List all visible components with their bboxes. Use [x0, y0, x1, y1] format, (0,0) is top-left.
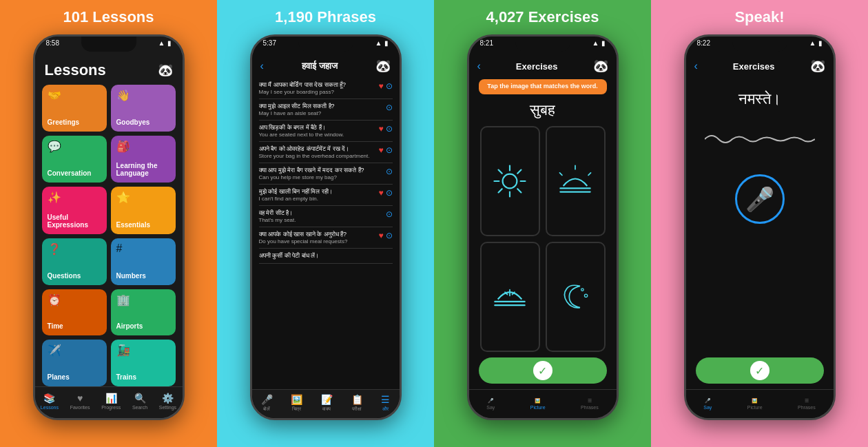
tab-search[interactable]: 🔍 Search [132, 393, 147, 410]
image-sunset[interactable] [546, 126, 606, 236]
tab-lessons[interactable]: 📚 Lessons [41, 393, 59, 410]
phrases-nav: ‹ हवाई जहाज 🐼 [252, 56, 400, 78]
tile-planes[interactable]: ✈️ Planes [42, 340, 107, 386]
arrow-1[interactable]: ⊙ [386, 81, 393, 91]
tile-icon-questions: ❓ [48, 242, 61, 256]
image-moon[interactable] [546, 242, 606, 352]
tile-label-greetings: Greetings [48, 118, 80, 126]
tab-icon-say-2: 🎤 [261, 394, 273, 405]
tab-favorites[interactable]: ♥ Favorites [70, 393, 90, 410]
tile-icon-planes: ✈️ [48, 344, 61, 357]
tile-expressions[interactable]: ✨ Useful Expressions [42, 187, 107, 234]
speak-tab-say[interactable]: 🎤 Say [703, 398, 712, 410]
back-button-3[interactable]: ‹ [477, 60, 481, 72]
exercises-screen: 8:21 ▲ ▮ ‹ Exercises 🐼 Tap the image tha… [469, 37, 617, 418]
lessons-header: Lessons 🐼 [35, 57, 183, 85]
battery-icon-4: ▮ [818, 39, 823, 47]
ex-tab-label-say: Say [486, 405, 495, 410]
tile-icon-greetings: 🤝 [48, 89, 61, 102]
speak-tab-phrases[interactable]: ☰ Phrases [798, 398, 816, 410]
phrase-item-5[interactable]: क्या आप मुझे मेरा बैग रखने में मदद कर सक… [259, 163, 393, 185]
phrase-item-7[interactable]: वह मेरी सीट है। That's my seat. ⊙ [259, 206, 393, 227]
phrase-item-3[interactable]: आप खिड़की के बगल में बैठे हैं। You are s… [259, 121, 393, 142]
check-circle-4: ✓ [750, 361, 769, 380]
tile-label-expressions: Useful Expressions [48, 214, 101, 229]
panda-icon-2: 🐼 [375, 59, 391, 74]
image-sun[interactable] [480, 126, 540, 236]
tile-essentials[interactable]: ⭐ Essentials [111, 187, 176, 234]
arrow-5[interactable]: ⊙ [386, 167, 393, 176]
phrase-item-9[interactable]: अपनी कुर्सी की पेटी बांध लें। [259, 249, 393, 264]
phrases-screen: 5:37 ▲ ▮ ‹ हवाई जहाज 🐼 [252, 37, 400, 418]
tab-progress[interactable]: 📊 Progress [101, 393, 121, 410]
tab-2-test[interactable]: 📋 परीक्षा [351, 394, 363, 412]
svg-line-5 [499, 169, 502, 173]
phrase-item-2[interactable]: क्या मुझे आइल सीट मिल सकती है? May I hav… [259, 99, 393, 121]
arrow-6[interactable]: ⊙ [386, 188, 393, 198]
tab-2-say[interactable]: 🎤 बोलें [261, 394, 273, 412]
tab-2-picture[interactable]: 🖼️ चित्र [291, 394, 302, 412]
wifi-icon-2: ▲ [375, 39, 382, 47]
tile-time[interactable]: ⏰ Time [42, 289, 107, 336]
phrase-item-1[interactable]: क्या मैं आपका बोर्डिंग पास देख सकता हूँ?… [259, 78, 393, 99]
phrase-english-6: I can't find an empty bin. [259, 196, 333, 202]
back-button-2[interactable]: ‹ [260, 60, 264, 72]
ex-tab-picture[interactable]: 🖼️ Picture [530, 398, 546, 410]
wifi-icon-4: ▲ [809, 39, 816, 47]
arrow-2[interactable]: ⊙ [386, 103, 393, 112]
tab-bar-1: 📚 Lessons ♥ Favorites 📊 Progress 🔍 [35, 386, 183, 418]
heart-8[interactable]: ♥ [378, 231, 383, 240]
phrase-item-6[interactable]: मुझे कोई खाली बिन नहीं मिल रही। I can't … [259, 185, 393, 206]
phrases-title: हवाई जहाज [302, 61, 338, 72]
mic-button[interactable]: 🎤 [735, 174, 785, 224]
arrow-7[interactable]: ⊙ [386, 209, 393, 219]
arrow-3[interactable]: ⊙ [386, 124, 393, 134]
tile-trains[interactable]: 🚂 Trains [111, 340, 176, 386]
tile-label-airports: Airports [116, 322, 143, 330]
panel-2-header: 1,190 Phrases [217, 0, 434, 32]
phrase-item-4[interactable]: अपने बैग को ओवरहेड कंपार्टमेंट में रख दे… [259, 142, 393, 163]
heart-3[interactable]: ♥ [378, 124, 383, 134]
speak-tab-icon-say: 🎤 [705, 398, 711, 404]
tab-2-phrases[interactable]: 📝 वाक्य [321, 394, 333, 412]
ex-tab-phrases[interactable]: ☰ Phrases [581, 398, 599, 410]
speak-tab-label-picture: Picture [747, 405, 763, 410]
ex-tab-say[interactable]: 🎤 Say [486, 398, 495, 410]
tile-conversation[interactable]: 💬 Conversation [42, 136, 107, 183]
screen-4: 8:22 ▲ ▮ ‹ Exercises 🐼 नमस्ते। [686, 37, 834, 418]
heart-6[interactable]: ♥ [378, 188, 383, 198]
tile-airports[interactable]: 🏢 Airports [111, 289, 176, 336]
panel-1-header: 101 Lessons [0, 0, 217, 32]
notch-1 [81, 37, 136, 52]
tab-2-more[interactable]: ☰ और [381, 394, 390, 412]
screen-2: 5:37 ▲ ▮ ‹ हवाई जहाज 🐼 [252, 37, 400, 418]
heart-1[interactable]: ♥ [378, 81, 383, 91]
tile-goodbyes[interactable]: 👋 Goodbyes [111, 85, 176, 132]
phrase-hindi-5: क्या आप मुझे मेरा बैग रखने में मदद कर सक… [259, 167, 364, 174]
check-button-4[interactable]: ✓ [696, 357, 824, 384]
phrase-item-8[interactable]: क्या आपके कोई खास खाने के अनुरोध हैं? Do… [259, 227, 393, 249]
phrase-hindi-8: क्या आपके कोई खास खाने के अनुरोध हैं? [259, 231, 348, 238]
tile-questions[interactable]: ❓ Questions [42, 238, 107, 285]
back-button-4[interactable]: ‹ [694, 60, 698, 72]
panda-icon-1: 🐼 [158, 63, 173, 78]
heart-4[interactable]: ♥ [378, 145, 383, 155]
tab-settings[interactable]: ⚙️ Settings [159, 393, 176, 410]
sun-svg [492, 163, 528, 199]
phrase-hindi-6: मुझे कोई खाली बिन नहीं मिल रही। [259, 188, 333, 196]
battery-icon-3: ▮ [601, 39, 606, 47]
phone-4-wrap: 8:22 ▲ ▮ ‹ Exercises 🐼 नमस्ते। [684, 32, 836, 447]
tile-learning[interactable]: 🎒 Learning the Language [111, 136, 176, 183]
check-button-3[interactable]: ✓ [479, 357, 607, 384]
speak-tab-picture[interactable]: 🖼️ Picture [747, 398, 763, 410]
tile-greetings[interactable]: 🤝 Greetings [42, 85, 107, 132]
phone-2-wrap: 5:37 ▲ ▮ ‹ हवाई जहाज 🐼 [250, 32, 402, 447]
tab-label-test-2: परीक्षा [352, 406, 362, 412]
arrow-8[interactable]: ⊙ [386, 231, 393, 240]
status-icons-4: ▲ ▮ [809, 39, 823, 47]
tab-label-say-2: बोलें [263, 406, 270, 412]
image-grid [469, 126, 617, 352]
arrow-4[interactable]: ⊙ [386, 145, 393, 155]
image-sunrise[interactable] [480, 242, 540, 352]
tile-numbers[interactable]: # Numbers [111, 238, 176, 285]
